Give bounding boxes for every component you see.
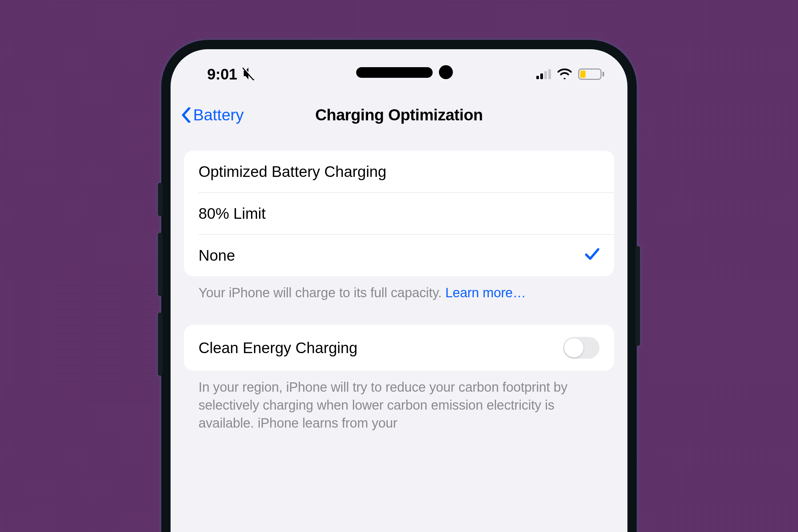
back-button[interactable]: Battery [180,106,244,124]
options-footer-text: Your iPhone will charge to its full capa… [198,285,445,300]
option-label: Optimized Battery Charging [198,163,386,180]
screen: 9:01 [171,49,627,532]
nav-bar: Battery Charging Optimization [171,86,627,137]
battery-icon [578,69,604,80]
back-label: Battery [193,106,244,124]
option-optimized-battery-charging[interactable]: Optimized Battery Charging [184,151,614,192]
phone-frame: 9:01 [161,40,637,532]
front-camera [439,65,453,79]
option-label: None [198,246,235,264]
silent-mode-icon [242,66,255,82]
charging-options-group: Optimized Battery Charging 80% Limit Non… [184,151,614,276]
clean-energy-footer: In your region, iPhone will try to reduc… [184,371,614,432]
side-button-volume-down [158,312,163,376]
side-button-volume-up [158,233,163,296]
clean-energy-label: Clean Energy Charging [198,339,358,357]
learn-more-link[interactable]: Learn more… [445,285,526,300]
status-time: 9:01 [207,65,237,83]
chevron-left-icon [180,108,192,123]
cellular-signal-icon [536,69,551,79]
clean-energy-charging-row[interactable]: Clean Energy Charging [184,325,614,371]
option-none[interactable]: None [184,234,614,276]
checkmark-icon [585,246,600,264]
clean-energy-toggle[interactable] [563,337,600,359]
clean-energy-group: Clean Energy Charging [184,325,614,371]
dynamic-island [356,67,433,78]
options-footer: Your iPhone will charge to its full capa… [184,276,614,302]
wifi-icon [557,68,572,80]
option-label: 80% Limit [198,205,266,223]
clean-energy-footer-text: In your region, iPhone will try to reduc… [198,380,568,430]
side-button-silent [158,183,163,216]
side-button-power [635,246,640,346]
option-80-percent-limit[interactable]: 80% Limit [184,192,614,234]
